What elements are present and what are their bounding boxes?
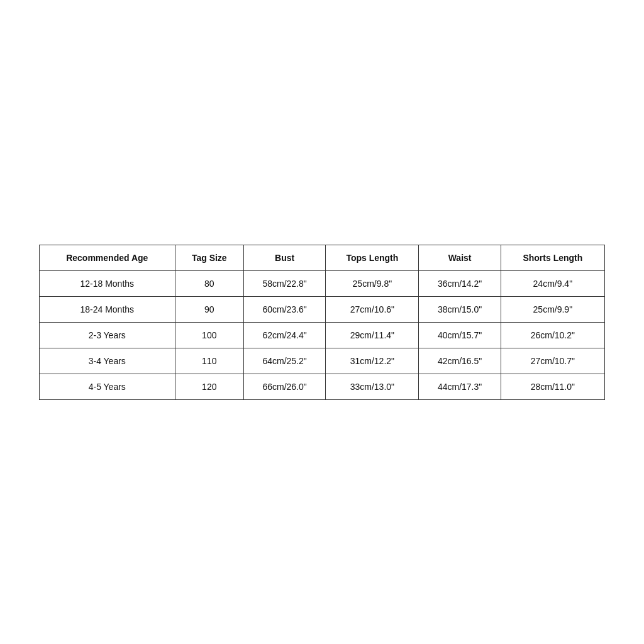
cell-bust: 60cm/23.6" bbox=[244, 296, 326, 322]
table-row: 12-18 Months8058cm/22.8"25cm/9.8"36cm/14… bbox=[40, 270, 605, 296]
cell-age: 18-24 Months bbox=[40, 296, 175, 322]
header-tops-length: Tops Length bbox=[326, 245, 419, 270]
cell-waist: 36cm/14.2" bbox=[419, 270, 501, 296]
table-row: 3-4 Years11064cm/25.2"31cm/12.2"42cm/16.… bbox=[40, 348, 605, 374]
cell-age: 4-5 Years bbox=[40, 374, 175, 399]
cell-tops-length: 27cm/10.6" bbox=[326, 296, 419, 322]
cell-waist: 38cm/15.0" bbox=[419, 296, 501, 322]
size-chart-table: Recommended Age Tag Size Bust Tops Lengt… bbox=[39, 245, 605, 400]
cell-waist: 44cm/17.3" bbox=[419, 374, 501, 399]
table-row: 2-3 Years10062cm/24.4"29cm/11.4"40cm/15.… bbox=[40, 322, 605, 348]
cell-tops-length: 33cm/13.0" bbox=[326, 374, 419, 399]
header-waist: Waist bbox=[419, 245, 501, 270]
cell-shorts-length: 25cm/9.9" bbox=[501, 296, 604, 322]
cell-tops-length: 25cm/9.8" bbox=[326, 270, 419, 296]
cell-bust: 58cm/22.8" bbox=[244, 270, 326, 296]
table-row: 4-5 Years12066cm/26.0"33cm/13.0"44cm/17.… bbox=[40, 374, 605, 399]
table-row: 18-24 Months9060cm/23.6"27cm/10.6"38cm/1… bbox=[40, 296, 605, 322]
cell-tag-size: 100 bbox=[175, 322, 243, 348]
cell-age: 12-18 Months bbox=[40, 270, 175, 296]
cell-tag-size: 120 bbox=[175, 374, 243, 399]
cell-bust: 64cm/25.2" bbox=[244, 348, 326, 374]
header-tag-size: Tag Size bbox=[175, 245, 243, 270]
cell-waist: 40cm/15.7" bbox=[419, 322, 501, 348]
cell-bust: 62cm/24.4" bbox=[244, 322, 326, 348]
cell-shorts-length: 28cm/11.0" bbox=[501, 374, 604, 399]
cell-age: 2-3 Years bbox=[40, 322, 175, 348]
size-chart-container: Recommended Age Tag Size Bust Tops Lengt… bbox=[39, 245, 605, 400]
cell-waist: 42cm/16.5" bbox=[419, 348, 501, 374]
cell-tops-length: 29cm/11.4" bbox=[326, 322, 419, 348]
cell-tops-length: 31cm/12.2" bbox=[326, 348, 419, 374]
cell-shorts-length: 24cm/9.4" bbox=[501, 270, 604, 296]
cell-tag-size: 80 bbox=[175, 270, 243, 296]
cell-shorts-length: 26cm/10.2" bbox=[501, 322, 604, 348]
table-header-row: Recommended Age Tag Size Bust Tops Lengt… bbox=[40, 245, 605, 270]
cell-bust: 66cm/26.0" bbox=[244, 374, 326, 399]
cell-tag-size: 90 bbox=[175, 296, 243, 322]
cell-tag-size: 110 bbox=[175, 348, 243, 374]
header-bust: Bust bbox=[244, 245, 326, 270]
cell-shorts-length: 27cm/10.7" bbox=[501, 348, 604, 374]
cell-age: 3-4 Years bbox=[40, 348, 175, 374]
header-recommended-age: Recommended Age bbox=[40, 245, 175, 270]
header-shorts-length: Shorts Length bbox=[501, 245, 604, 270]
